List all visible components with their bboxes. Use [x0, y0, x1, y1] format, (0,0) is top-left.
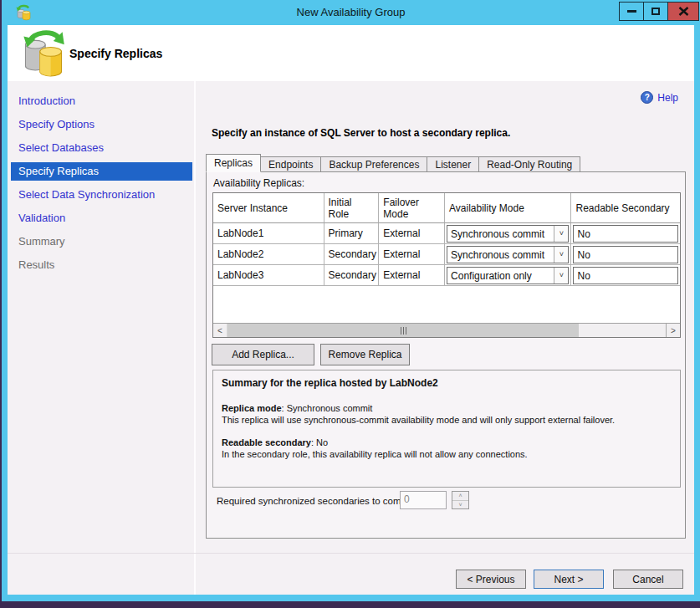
maximize-button[interactable]	[643, 2, 668, 21]
minimize-button[interactable]	[619, 2, 644, 21]
help-label: Help	[657, 92, 678, 104]
readable-secondary-value: : No	[311, 437, 328, 447]
column-header-server-instance[interactable]: Server Instance	[213, 193, 324, 223]
maximize-icon	[651, 8, 660, 15]
sidebar-item-specify-replicas[interactable]: Specify Replicas	[11, 162, 192, 181]
cell-availability-mode: Configuration only ˅	[445, 265, 571, 286]
cell-initial-role: Primary	[324, 223, 380, 244]
summary-title: Summary for the replica hosted by LabNod…	[222, 377, 672, 389]
readable-secondary-dropdown[interactable]: No	[573, 267, 678, 284]
close-button[interactable]	[667, 2, 699, 21]
sidebar-item-select-databases[interactable]: Select Databases	[11, 139, 192, 157]
sidebar-item-select-data-synchronization[interactable]: Select Data Synchronization	[11, 186, 192, 204]
help-icon: ?	[641, 91, 653, 104]
readable-secondary-description: In the secondary role, this availability…	[222, 448, 672, 460]
tab-read-only-routing[interactable]: Read-Only Routing	[479, 156, 580, 172]
chevron-down-icon[interactable]: ˅	[554, 226, 568, 242]
wizard-steps-sidebar: Introduction Specify Options Select Data…	[8, 81, 194, 553]
spinner-up-icon[interactable]: ˄	[452, 492, 468, 501]
cell-failover-mode: External	[379, 223, 445, 244]
column-header-readable-secondary[interactable]: Readable Secondary	[571, 193, 680, 223]
replica-mode-value: : Synchronous commit	[282, 403, 373, 413]
required-secondaries-stepper: ˄ ˅	[452, 491, 469, 509]
help-link[interactable]: ? Help	[641, 91, 678, 104]
wizard-content: ? Help Specify an instance of SQL Server…	[196, 81, 694, 553]
scrollbar-grip	[406, 327, 406, 335]
window-body: Specify Replicas Introduction Specify Op…	[8, 25, 694, 595]
availability-mode-dropdown[interactable]: Configuration only ˅	[447, 267, 569, 284]
cell-failover-mode: External	[379, 265, 445, 286]
instruction-text: Specify an instance of SQL Server to hos…	[212, 127, 510, 139]
column-header-initial-role[interactable]: Initial Role	[324, 193, 380, 223]
scrollbar-thumb[interactable]	[227, 324, 579, 337]
column-header-availability-mode[interactable]: Availability Mode	[445, 193, 571, 223]
readable-secondary-dropdown[interactable]: No	[573, 246, 678, 263]
readable-secondary-label: Readable secondary	[222, 437, 311, 447]
replica-mode-description: This replica will use synchronous-commit…	[222, 414, 672, 426]
sidebar-item-summary: Summary	[11, 232, 192, 251]
cell-initial-role: Secondary	[324, 244, 380, 265]
wizard-footer: < Previous Next > Cancel	[8, 553, 694, 595]
cell-failover-mode: External	[379, 244, 445, 265]
cell-server-instance[interactable]: LabNode3	[213, 265, 324, 286]
page-title: Specify Replicas	[69, 47, 162, 60]
cell-availability-mode: Synchronous commit ˅	[445, 223, 571, 244]
close-icon	[678, 7, 689, 16]
cell-server-instance[interactable]: LabNode1	[213, 223, 324, 244]
wizard-window: New Availability Group Specify Replicas	[2, 0, 700, 601]
sidebar-item-specify-options[interactable]: Specify Options	[11, 115, 192, 134]
required-secondaries-input[interactable]: 0	[400, 491, 447, 509]
window-title: New Availability Group	[2, 0, 700, 25]
availability-mode-dropdown[interactable]: Synchronous commit ˅	[447, 225, 569, 243]
readable-secondary-dropdown[interactable]: No	[573, 225, 678, 243]
grid-header-row: Server Instance Initial Role Failover Mo…	[213, 193, 680, 223]
dropdown-value: Configuration only	[447, 268, 554, 284]
replica-summary-box: Summary for the replica hosted by LabNod…	[212, 370, 681, 488]
title-bar[interactable]: New Availability Group	[2, 0, 700, 25]
wizard-header: Specify Replicas	[8, 25, 694, 81]
next-button[interactable]: Next >	[534, 570, 604, 589]
replica-mode-label: Replica mode	[222, 403, 282, 413]
scrollbar-grip	[401, 327, 401, 335]
readable-secondary-line: Readable secondary: No	[222, 437, 672, 448]
cell-availability-mode: Synchronous commit ˅	[445, 244, 571, 265]
cell-server-instance[interactable]: LabNode2	[213, 244, 324, 265]
minimize-icon	[627, 10, 636, 13]
tab-replicas[interactable]: Replicas	[206, 154, 261, 172]
scroll-right-icon[interactable]: >	[666, 324, 680, 337]
remove-replica-button[interactable]: Remove Replica	[320, 344, 410, 365]
replicas-tab-page: Availability Replicas: Server Instance I…	[206, 171, 686, 539]
sidebar-item-results: Results	[11, 256, 192, 274]
availability-mode-dropdown[interactable]: Synchronous commit ˅	[447, 246, 569, 263]
table-row[interactable]: LabNode1 Primary External Synchronous co…	[213, 223, 680, 244]
previous-button[interactable]: < Previous	[456, 570, 526, 589]
database-sync-icon-large	[23, 30, 64, 77]
column-header-failover-mode[interactable]: Failover Mode	[379, 193, 445, 223]
sidebar-item-validation[interactable]: Validation	[11, 209, 192, 227]
tab-backup-preferences[interactable]: Backup Preferences	[321, 156, 427, 172]
dropdown-value: Synchronous commit	[447, 247, 554, 263]
chevron-down-icon[interactable]: ˅	[554, 268, 568, 284]
cell-readable-secondary: No	[571, 244, 680, 265]
sidebar-item-introduction[interactable]: Introduction	[11, 92, 192, 110]
horizontal-scrollbar[interactable]: < >	[213, 323, 680, 337]
add-replica-button[interactable]: Add Replica...	[212, 344, 314, 365]
cell-readable-secondary: No	[571, 223, 680, 244]
dropdown-value: Synchronous commit	[447, 226, 554, 242]
availability-replicas-grid: Server Instance Initial Role Failover Mo…	[212, 192, 681, 338]
cell-readable-secondary: No	[571, 265, 680, 286]
availability-replicas-label: Availability Replicas:	[213, 177, 304, 189]
scrollbar-grip	[403, 327, 404, 335]
cancel-button[interactable]: Cancel	[613, 570, 683, 589]
tab-endpoints[interactable]: Endpoints	[261, 156, 321, 172]
table-row[interactable]: LabNode3 Secondary External Configuratio…	[213, 265, 680, 286]
spinner-down-icon[interactable]: ˅	[452, 501, 468, 509]
required-secondaries-label: Required synchronized secondaries to com…	[217, 493, 414, 508]
cell-initial-role: Secondary	[324, 265, 380, 286]
table-row[interactable]: LabNode2 Secondary External Synchronous …	[213, 244, 680, 265]
tab-listener[interactable]: Listener	[427, 156, 479, 172]
replica-mode-line: Replica mode: Synchronous commit	[222, 402, 672, 414]
chevron-down-icon[interactable]: ˅	[554, 247, 568, 263]
scroll-left-icon[interactable]: <	[213, 324, 227, 337]
tab-strip: Replicas Endpoints Backup Preferences Li…	[206, 156, 580, 172]
